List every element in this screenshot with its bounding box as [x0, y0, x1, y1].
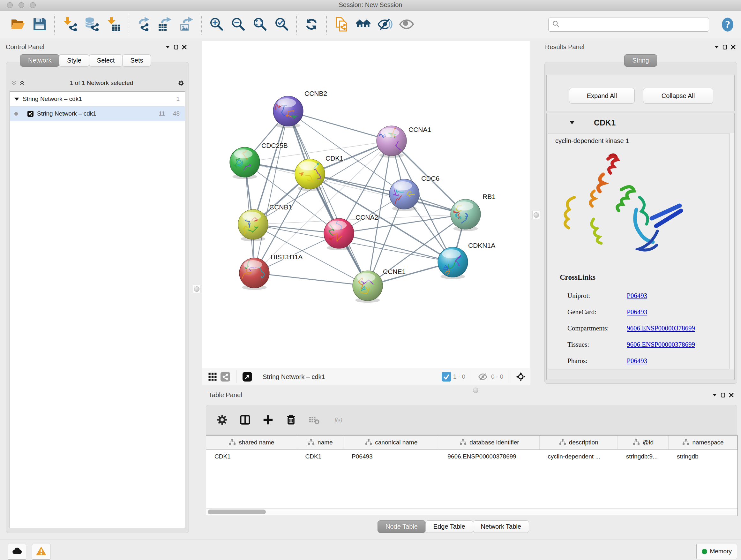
memory-button[interactable]: Memory	[696, 544, 737, 559]
grid-view-icon[interactable]	[206, 370, 219, 383]
table-cell[interactable]: cyclin-dependent ...	[539, 449, 617, 463]
network-node-CDKN1A[interactable]: CDKN1A	[438, 242, 495, 279]
hide-selected-button[interactable]	[376, 15, 394, 34]
float-panel-icon[interactable]	[172, 43, 180, 51]
export-table-button[interactable]	[155, 15, 174, 34]
collapse-all-networks-icon[interactable]	[10, 79, 18, 87]
show-columns-icon[interactable]	[237, 412, 253, 428]
network-edge[interactable]	[254, 273, 367, 286]
collapse-all-button[interactable]: Collapse All	[643, 88, 713, 104]
search-input[interactable]	[562, 18, 709, 31]
crosslink-link[interactable]: P06493	[627, 357, 647, 365]
column-header-shared-name[interactable]: shared name	[206, 436, 297, 449]
float-panel-icon[interactable]	[719, 391, 727, 399]
network-node-CDC25B[interactable]: CDC25B	[230, 142, 288, 179]
tab-edge-table[interactable]: Edge Table	[425, 520, 473, 533]
tab-select[interactable]: Select	[89, 54, 123, 67]
network-node-CDK1[interactable]: CDK1	[295, 154, 343, 191]
column-header-description[interactable]: description	[540, 436, 618, 449]
export-image-button[interactable]	[177, 15, 196, 34]
table-cell[interactable]: CDK1	[297, 449, 344, 463]
save-session-button[interactable]	[30, 15, 49, 34]
close-panel-icon[interactable]	[180, 43, 188, 51]
expand-all-button[interactable]: Expand All	[569, 88, 635, 104]
table-cell[interactable]: 9606.ENSP00000378699	[439, 449, 539, 463]
warnings-button[interactable]	[32, 544, 51, 560]
collapse-panel-icon[interactable]	[163, 43, 172, 51]
network-edge[interactable]	[288, 111, 392, 141]
float-panel-icon[interactable]	[721, 43, 729, 51]
network-node-CCNE1[interactable]: CCNE1	[353, 268, 406, 303]
tab-style[interactable]: Style	[59, 54, 89, 67]
memory-status-dot-icon	[702, 549, 707, 554]
network-node-RB1[interactable]: RB1	[451, 193, 495, 231]
vertical-scrollbar[interactable]	[730, 133, 734, 369]
show-all-button[interactable]	[397, 15, 416, 34]
crosslink-link[interactable]: 9606.ENSP00000378699	[627, 324, 695, 332]
network-options-gear-icon[interactable]	[177, 79, 185, 87]
zoom-out-button[interactable]	[229, 15, 247, 34]
tree-column-icon	[365, 438, 373, 447]
crosshair-icon[interactable]	[515, 370, 527, 383]
crosslink-link[interactable]: 9606.ENSP00000378699	[627, 341, 695, 349]
help-button[interactable]: ?	[719, 16, 736, 33]
node-label: CCNB2	[305, 90, 327, 97]
table-options-gear-icon[interactable]	[214, 412, 230, 428]
column-header-name[interactable]: name	[297, 436, 343, 449]
selected-checkbox-icon[interactable]	[442, 370, 451, 383]
apply-layout-button[interactable]	[302, 15, 321, 34]
zoom-selected-button[interactable]	[272, 15, 291, 34]
zoom-in-button[interactable]	[207, 15, 226, 34]
export-network-button[interactable]	[134, 15, 152, 34]
cloud-status-button[interactable]	[8, 544, 26, 560]
table-cell[interactable]: P06493	[343, 449, 439, 463]
network-edge[interactable]	[254, 111, 288, 273]
table-row[interactable]: CDK1CDK1P064939606.ENSP00000378699cyclin…	[206, 449, 738, 463]
search-box[interactable]	[548, 17, 709, 32]
network-canvas[interactable]: CCNB2CCNA1CDC25BCDK1CDC6RB1CCNB1CCNA2CDK…	[202, 41, 530, 368]
tab-node-table[interactable]: Node Table	[378, 520, 426, 533]
table-cell[interactable]: stringdb:9...	[618, 449, 669, 463]
birdseye-view-icon[interactable]	[241, 370, 254, 383]
tab-network[interactable]: Network	[20, 54, 59, 67]
tab-sets[interactable]: Sets	[122, 54, 151, 67]
import-network-from-database-button[interactable]	[82, 15, 100, 34]
tab-string[interactable]: String	[624, 54, 657, 67]
left-splitter-handle[interactable]	[193, 285, 200, 293]
delete-column-icon[interactable]	[283, 412, 299, 428]
collapse-panel-icon[interactable]	[711, 391, 719, 399]
tab-network-table[interactable]: Network Table	[473, 520, 529, 533]
column-header-id[interactable]: @id	[618, 436, 669, 449]
gene-detail-scroll-area[interactable]: cyclin-dependent kinase 1	[548, 133, 729, 369]
zoom-fit-button[interactable]	[251, 15, 269, 34]
close-panel-icon[interactable]	[729, 43, 737, 51]
duplicate-network-button[interactable]	[332, 15, 351, 34]
network-share-icon[interactable]	[219, 370, 232, 383]
network-row[interactable]: String Network – cdk1 11 48	[10, 106, 185, 121]
close-panel-icon[interactable]	[727, 391, 735, 399]
import-network-button[interactable]	[60, 15, 79, 34]
gene-section-expander-icon[interactable]	[568, 118, 576, 127]
table-cell[interactable]: CDK1	[206, 449, 297, 463]
network-collection-row[interactable]: String Network – cdk1 1	[10, 91, 185, 106]
expand-all-networks-icon[interactable]	[18, 79, 26, 87]
column-header-canonical-name[interactable]: canonical name	[343, 436, 439, 449]
zoom-selected-icon	[274, 17, 289, 33]
network-node-CCNB1[interactable]: CCNB1	[238, 203, 292, 241]
table-cell[interactable]: stringdb	[669, 449, 738, 463]
column-header-database-identifier[interactable]: database identifier	[439, 436, 539, 449]
collapse-panel-icon[interactable]	[712, 43, 721, 51]
horizontal-scrollbar[interactable]	[206, 508, 738, 516]
network-edge[interactable]	[310, 174, 466, 214]
right-splitter-handle[interactable]	[532, 211, 540, 219]
tree-expander-icon[interactable]	[12, 95, 21, 103]
first-neighbors-button[interactable]	[354, 15, 373, 34]
open-session-button[interactable]	[9, 15, 27, 34]
network-node-HIST1H1A[interactable]: HIST1H1A	[239, 253, 302, 290]
crosslink-link[interactable]: P06493	[627, 292, 647, 300]
import-table-button[interactable]	[104, 15, 122, 34]
create-column-icon[interactable]	[260, 412, 276, 428]
crosslink-link[interactable]: P06493	[627, 308, 647, 316]
network-node-CCNB2[interactable]: CCNB2	[273, 90, 327, 128]
column-header-namespace[interactable]: namespace	[669, 436, 738, 449]
